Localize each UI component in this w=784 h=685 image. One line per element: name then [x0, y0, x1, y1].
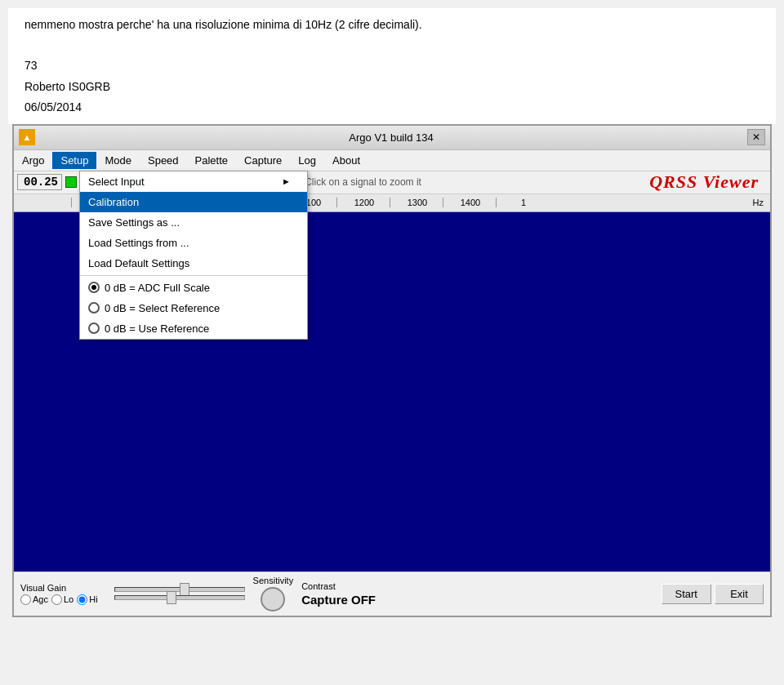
- freq-1200: 1200: [336, 198, 390, 207]
- agc-radio[interactable]: [20, 594, 31, 605]
- hi-radio-label[interactable]: Hi: [77, 594, 97, 605]
- time-display: 00.25: [17, 174, 62, 190]
- menu-about[interactable]: About: [324, 152, 368, 169]
- contrast-capture-group: Contrast Capture OFF: [301, 581, 376, 607]
- qrss-label: QRSS Viewer: [649, 171, 767, 193]
- radio-use-reference: [88, 322, 100, 334]
- title-bar: ▲ Argo V1 build 134 ✕: [14, 126, 770, 150]
- lo-radio-label[interactable]: Lo: [51, 594, 74, 605]
- window-title: Argo V1 build 134: [349, 131, 433, 144]
- freq-unit: Hz: [753, 198, 770, 207]
- freq-1-partial: 1: [496, 198, 549, 207]
- app-icon: ▲: [19, 129, 35, 145]
- doc-line3: 73: [24, 56, 760, 76]
- doc-line4: Roberto IS0GRB: [24, 77, 760, 97]
- agc-radio-label[interactable]: Agc: [20, 594, 48, 605]
- sensitivity-label: Sensitivity: [253, 576, 294, 585]
- sensitivity-knob[interactable]: [261, 587, 285, 612]
- menubar: Argo Setup Mode Speed Palette Capture Lo…: [14, 150, 770, 171]
- menu-log[interactable]: Log: [290, 152, 324, 169]
- capture-status: Capture OFF: [301, 593, 376, 607]
- app-window: ▲ Argo V1 build 134 ✕ Argo Setup Mode Sp…: [12, 124, 772, 617]
- menu-mode[interactable]: Mode: [96, 152, 140, 169]
- visual-gain-label: Visual Gain: [20, 583, 98, 593]
- visual-gain-group: Visual Gain Agc Lo Hi: [20, 583, 98, 605]
- document-section: nemmeno mostra perche' ha una risoluzion…: [8, 8, 776, 124]
- menu-setup[interactable]: Setup: [52, 152, 96, 169]
- doc-line5: 06/05/2014: [24, 97, 760, 118]
- dropdown-save-settings[interactable]: Save Settings as ...: [80, 212, 307, 233]
- hi-radio[interactable]: [77, 594, 87, 605]
- sensitivity-group: Sensitivity: [253, 576, 294, 612]
- radio-adc-full-scale: [88, 282, 100, 293]
- bottom-controls: Visual Gain Agc Lo Hi: [14, 572, 770, 616]
- dropdown-select-input[interactable]: Select Input ►: [80, 171, 307, 192]
- dropdown-load-default[interactable]: Load Default Settings: [80, 253, 307, 274]
- submenu-arrow: ►: [282, 176, 291, 186]
- dropdown-load-settings[interactable]: Load Settings from ...: [80, 233, 307, 253]
- dropdown-adc-full-scale[interactable]: 0 dB = ADC Full Scale: [80, 278, 307, 298]
- dropdown-calibration[interactable]: Calibration: [80, 192, 307, 212]
- doc-line1: nemmeno mostra perche' ha una risoluzion…: [24, 15, 760, 35]
- slider-thumb-1[interactable]: [180, 583, 189, 596]
- menu-capture[interactable]: Capture: [236, 152, 290, 169]
- gain-radio-group: Agc Lo Hi: [20, 594, 98, 605]
- slider-thumb-2[interactable]: [167, 591, 176, 604]
- menu-argo[interactable]: Argo: [14, 152, 52, 169]
- action-buttons: Start Exit: [662, 584, 764, 604]
- dropdown-separator: [80, 275, 307, 276]
- close-button[interactable]: ✕: [747, 129, 765, 145]
- menu-palette[interactable]: Palette: [187, 152, 236, 169]
- slider-track-1[interactable]: [114, 587, 245, 592]
- start-button[interactable]: Start: [662, 584, 711, 604]
- contrast-label: Contrast: [301, 581, 376, 591]
- exit-button[interactable]: Exit: [715, 584, 764, 604]
- green-indicator: [65, 176, 77, 188]
- radio-select-reference: [88, 302, 100, 314]
- dropdown-use-reference[interactable]: 0 dB = Use Reference: [80, 318, 307, 339]
- slider-track-2[interactable]: [114, 595, 245, 600]
- dropdown-select-reference[interactable]: 0 dB = Select Reference: [80, 298, 307, 318]
- sliders-group: [114, 587, 245, 600]
- freq-1300: 1300: [390, 198, 443, 207]
- setup-dropdown: Select Input ► Calibration Save Settings…: [79, 171, 308, 340]
- lo-radio[interactable]: [51, 594, 62, 605]
- freq-1400: 1400: [443, 198, 496, 207]
- menu-speed[interactable]: Speed: [140, 152, 187, 169]
